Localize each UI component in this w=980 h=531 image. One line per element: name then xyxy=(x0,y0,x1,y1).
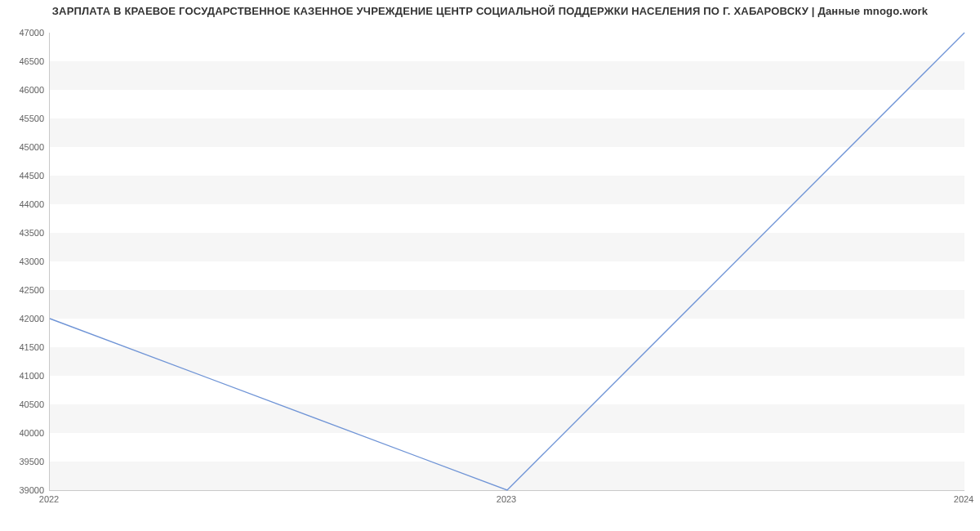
y-tick-label: 44000 xyxy=(3,199,44,209)
y-tick-label: 43500 xyxy=(3,228,44,238)
y-tick-label: 43000 xyxy=(3,257,44,266)
y-tick-label: 39000 xyxy=(3,485,44,495)
x-tick-label: 2022 xyxy=(39,494,59,504)
y-tick-label: 41500 xyxy=(3,342,44,352)
y-tick-label: 41000 xyxy=(3,371,44,381)
y-tick-label: 42500 xyxy=(3,285,44,295)
y-tick-label: 45000 xyxy=(3,142,44,152)
y-tick-label: 42000 xyxy=(3,314,44,324)
y-tick-label: 45500 xyxy=(3,114,44,123)
y-tick-label: 39500 xyxy=(3,457,44,466)
y-tick-label: 44500 xyxy=(3,171,44,181)
y-tick-label: 40000 xyxy=(3,428,44,438)
chart-title: ЗАРПЛАТА В КРАЕВОЕ ГОСУДАРСТВЕННОЕ КАЗЕН… xyxy=(0,5,980,17)
y-tick-label: 46000 xyxy=(3,85,44,95)
salary-line xyxy=(50,33,964,490)
line-layer xyxy=(50,33,964,490)
plot-area xyxy=(49,33,964,491)
y-tick-label: 47000 xyxy=(3,28,44,38)
x-tick-label: 2023 xyxy=(497,494,516,504)
y-tick-label: 46500 xyxy=(3,56,44,66)
salary-chart: ЗАРПЛАТА В КРАЕВОЕ ГОСУДАРСТВЕННОЕ КАЗЕН… xyxy=(0,0,980,531)
y-tick-label: 40500 xyxy=(3,399,44,409)
x-tick-label: 2024 xyxy=(954,494,973,504)
